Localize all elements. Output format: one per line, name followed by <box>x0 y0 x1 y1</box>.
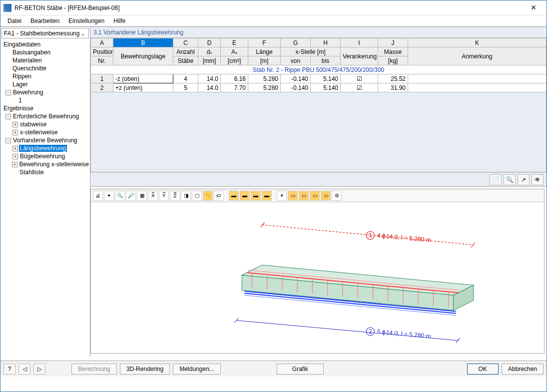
axis-x-icon[interactable]: X̅ <box>148 191 158 201</box>
menu-bearbeiten[interactable]: Bearbeiten <box>26 16 63 25</box>
opt3-icon[interactable]: ▭ <box>310 191 320 201</box>
tree-item[interactable]: Basisangaben <box>0 48 90 56</box>
menu-datei[interactable]: Datei <box>3 16 25 25</box>
tree-item[interactable]: Lager <box>0 80 90 88</box>
collapse-icon[interactable]: − <box>5 90 11 95</box>
tree-item-laengsbewehrung[interactable]: +Längsbewehrung <box>0 144 90 152</box>
expand-icon[interactable]: + <box>12 146 18 151</box>
filter-icon[interactable]: 🔍 <box>504 174 516 185</box>
col-e[interactable]: E <box>221 38 248 47</box>
tree-item[interactable]: 1 <box>0 96 90 104</box>
axis-z-icon[interactable]: Z̅ <box>170 191 180 201</box>
col-h[interactable]: H <box>311 38 341 47</box>
menu-einstellungen[interactable]: Einstellungen <box>64 16 108 25</box>
tree-group-ergebnisse[interactable]: Ergebnisse <box>0 104 90 112</box>
col-b[interactable]: B <box>113 38 173 47</box>
pick-icon[interactable]: ↗ <box>518 174 530 185</box>
table-empty-area <box>90 92 547 172</box>
col-a[interactable]: A <box>91 38 113 47</box>
h-kg: [kg] <box>378 56 408 65</box>
opt4-icon[interactable]: ▭ <box>321 191 331 201</box>
rendering-button[interactable]: 3D-Rendering <box>120 364 170 375</box>
opt2-icon[interactable]: ▭ <box>299 191 309 201</box>
view-icon[interactable]: ▦ <box>137 191 147 201</box>
col-j[interactable]: J <box>378 38 408 47</box>
cell-selected[interactable]: -z (oben) <box>113 74 173 83</box>
tool-icon[interactable]: ✦ <box>104 191 114 201</box>
h-xstelle: x-Stelle [m] <box>281 47 341 56</box>
tree-item[interactable]: Stahlliste <box>0 168 90 176</box>
help-icon[interactable]: ? <box>3 364 15 375</box>
load-case-combo[interactable]: FA1 - Stahlbetonbemessung vo ⌄ <box>1 28 89 38</box>
chevron-down-icon: ⌄ <box>79 30 86 37</box>
checkbox-icon[interactable]: ☑ <box>341 74 378 83</box>
table-row[interactable]: 1 -z (oben) 4 14.0 6.16 5.280 -0.140 5.1… <box>91 74 547 83</box>
tree-item-bewehrung[interactable]: −Bewehrung <box>0 88 90 96</box>
tree-item[interactable]: +Bügelbewehrung <box>0 152 90 160</box>
export-icon[interactable]: 📄 <box>490 174 502 185</box>
tree-item[interactable]: +stabweise <box>0 120 90 128</box>
h-stabe: Stäbe <box>173 56 198 65</box>
nav-tree: Eingabedaten Basisangaben Materialien Qu… <box>0 39 90 357</box>
render3-icon[interactable]: ▬ <box>251 191 261 201</box>
expand-icon[interactable]: + <box>12 154 18 159</box>
expand-icon[interactable]: + <box>12 130 18 135</box>
col-d[interactable]: D <box>198 38 221 47</box>
graphics-toolbar: 🖨 ✦ 🔍 🔎 ▦ X̅ Y̅ Z̅ ◨ ▢ 📏 🏷 ▬ ▬ ▬ ▬ <box>91 189 544 202</box>
tree-item[interactable]: Rippen <box>0 72 90 80</box>
render1-icon[interactable]: ▬ <box>229 191 239 201</box>
expand-icon[interactable]: + <box>12 162 17 167</box>
col-i[interactable]: I <box>341 38 378 47</box>
h-von: von <box>281 56 311 65</box>
meldungen-button[interactable]: Meldungen... <box>173 364 220 375</box>
berechnung-button[interactable]: Berechnung <box>71 364 117 375</box>
checkbox-icon[interactable]: ☑ <box>341 83 378 92</box>
tree-item[interactable]: Querschnitte <box>0 64 90 72</box>
abbrechen-button[interactable]: Abbrechen <box>502 364 544 375</box>
collapse-icon[interactable]: − <box>5 138 11 143</box>
ok-button[interactable]: OK <box>467 364 499 375</box>
table-row[interactable]: 2 +z (unten) 5 14.0 7.70 5.280 -0.140 5.… <box>91 83 547 92</box>
graphics-view: 🖨 ✦ 🔍 🔎 ▦ X̅ Y̅ Z̅ ◨ ▢ 📏 🏷 ▬ ▬ ▬ ▬ <box>90 189 545 354</box>
opt1-icon[interactable]: ▭ <box>288 191 298 201</box>
h-verankerung: Verankerung <box>341 47 378 65</box>
canvas-3d[interactable]: 1 4 ɸ14.0, l = 5.280 m <box>91 202 544 353</box>
iso-icon[interactable]: ◨ <box>181 191 191 201</box>
print-icon[interactable]: 🖨 <box>93 191 103 201</box>
axis-y-icon[interactable]: Y̅ <box>159 191 169 201</box>
box-icon[interactable]: ▢ <box>192 191 202 201</box>
tree-item[interactable]: +x-stellenweise <box>0 128 90 136</box>
eye-icon[interactable]: 👁 <box>532 174 544 185</box>
collapse-icon[interactable]: − <box>5 114 11 119</box>
h-bis: bis <box>311 56 341 65</box>
tag-icon[interactable]: 🏷 <box>214 191 224 201</box>
col-f[interactable]: F <box>248 38 281 47</box>
col-g[interactable]: G <box>281 38 311 47</box>
settings-icon[interactable]: ⚙ <box>332 191 342 201</box>
tree-item-vorhandene[interactable]: −Vorhandene Bewehrung <box>0 136 90 144</box>
h-nr: Nr. <box>91 56 113 65</box>
tree-item[interactable]: +Bewehrung x-stellenweise <box>0 160 90 168</box>
menu-hilfe[interactable]: Hilfe <box>109 16 129 25</box>
h-position: Position <box>91 47 113 56</box>
tree-item[interactable]: Materialien <box>0 56 90 64</box>
grafik-button[interactable]: Grafik <box>277 364 324 375</box>
app-icon <box>3 4 11 12</box>
titlebar: RF-BETON Stäbe - [RFEM-Beispiel-06] × <box>0 0 547 15</box>
next-icon[interactable]: ▷ <box>33 364 45 375</box>
zoom-icon[interactable]: 🔍 <box>115 191 125 201</box>
tree-group-eingabedaten[interactable]: Eingabedaten <box>0 40 90 48</box>
axes-icon[interactable]: ✶ <box>277 191 287 201</box>
render4-icon[interactable]: ▬ <box>262 191 272 201</box>
render2-icon[interactable]: ▬ <box>240 191 250 201</box>
close-button[interactable]: × <box>524 2 544 14</box>
zoom-out-icon[interactable]: 🔎 <box>126 191 136 201</box>
col-k[interactable]: K <box>408 38 547 47</box>
measure-icon[interactable]: 📏 <box>203 191 213 201</box>
prev-icon[interactable]: ◁ <box>18 364 30 375</box>
group-row[interactable]: Stab Nr. 2 - Rippe PBU 500/475/475/200/2… <box>91 65 547 74</box>
h-as: Aₛ <box>221 47 248 56</box>
expand-icon[interactable]: + <box>12 122 18 127</box>
col-c[interactable]: C <box>173 38 198 47</box>
tree-item-erforderliche[interactable]: −Erforderliche Bewehrung <box>0 112 90 120</box>
